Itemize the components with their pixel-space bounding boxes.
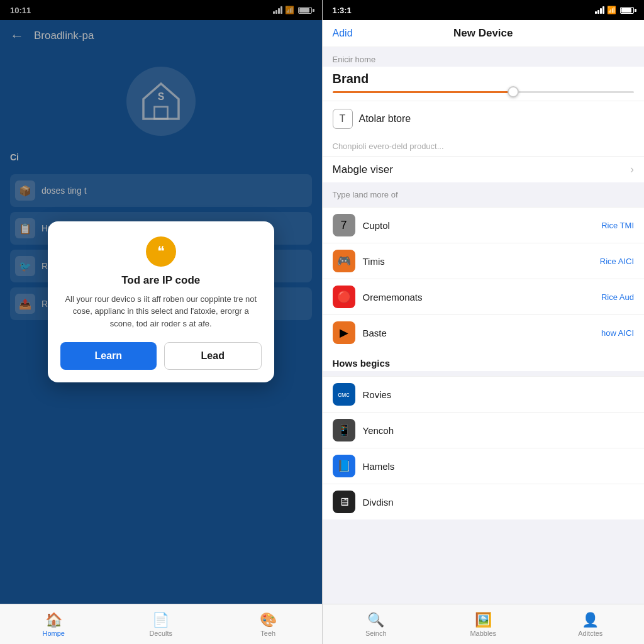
hows-section: cмс Rovies 📱 Yencoh 📘 Hamels 🖥 Divdisn xyxy=(323,376,645,519)
modal-card: ❝ Tod are IP code All your rour devico s… xyxy=(48,221,274,383)
product-placeholder: Chonpioli evero-deld product... xyxy=(323,136,645,156)
tab-seinch[interactable]: 🔍 Seinch xyxy=(323,604,430,644)
tab-teeh[interactable]: 🎨 Teeh xyxy=(214,604,322,644)
app-list-item-rovies[interactable]: cмс Rovies xyxy=(323,376,645,412)
tab-decults[interactable]: 📄 Decults xyxy=(108,604,215,644)
app-name-baste: Baste xyxy=(363,328,601,338)
tab-hompe[interactable]: 🏠 Hompe xyxy=(0,604,108,644)
decults-tab-icon: 📄 xyxy=(152,612,169,628)
modal-overlay: ❝ Tod are IP code All your rour devico s… xyxy=(0,0,322,604)
app-list-item-hamels[interactable]: 📘 Hamels xyxy=(323,448,645,484)
home-tab-icon: 🏠 xyxy=(45,612,62,628)
app-name-cuptol: Cuptol xyxy=(363,220,602,231)
tab-mabbles-label: Mabbles xyxy=(470,630,496,637)
app-list-item-divdisn[interactable]: 🖥 Divdisn xyxy=(323,484,645,519)
type-section: 7 Cuptol Rice TMI 🎮 Timis Rice AICI 🔴 Or… xyxy=(323,207,645,350)
status-bar-right: 1:3:1 📶 xyxy=(323,0,645,20)
app-link-baste[interactable]: how AICI xyxy=(601,328,634,338)
slider-track xyxy=(333,91,635,93)
right-header: Adid New Device xyxy=(323,20,645,47)
app-icon-baste: ▶ xyxy=(333,321,355,344)
app-icon-divdisn: 🖥 xyxy=(333,491,355,513)
right-header-wrapper: Adid New Device xyxy=(333,28,635,39)
slider-thumb[interactable] xyxy=(508,86,519,97)
store-label: Atolar btore xyxy=(359,113,411,125)
modal-body: All your rour devico s iit aff roben our… xyxy=(60,293,262,330)
tab-hompe-label: Hompe xyxy=(43,630,65,637)
status-icons-right: 📶 xyxy=(595,6,634,14)
chevron-icon: › xyxy=(630,163,634,176)
modal-icon: ❝ xyxy=(146,236,176,267)
signal-icon-right xyxy=(595,6,604,14)
brand-section: Brand T Atolar btore Chonpioli evero-del… xyxy=(323,67,645,182)
product-row[interactable]: Mabgle viser › xyxy=(323,156,645,182)
app-name-divdisn: Divdisn xyxy=(363,497,635,508)
search-tab-icon: 🔍 xyxy=(367,612,384,628)
mabbles-tab-icon: 🖼️ xyxy=(475,612,492,628)
product-name: Mabgle viser xyxy=(333,164,393,176)
cancel-button[interactable]: Adid xyxy=(333,28,353,39)
app-name-timis: Timis xyxy=(363,256,600,267)
app-name-orememonats: Orememonats xyxy=(363,292,601,303)
learn-button[interactable]: Learn xyxy=(60,342,157,370)
app-link-cuptol[interactable]: Rice TMI xyxy=(601,221,634,230)
enter-home-label: Enicir home xyxy=(323,47,645,67)
left-panel: 10:11 📶 ← Broadlink-pa S Ci xyxy=(0,0,322,644)
tab-mabbles[interactable]: 🖼️ Mabbles xyxy=(430,604,537,644)
app-icon-yencoh: 📱 xyxy=(333,419,355,441)
tab-seinch-label: Seinch xyxy=(365,630,387,637)
app-list-item-yencoh[interactable]: 📱 Yencoh xyxy=(323,412,645,448)
app-icon-hamels: 📘 xyxy=(333,455,355,477)
app-icon-orememonats: 🔴 xyxy=(333,286,355,308)
battery-icon-right xyxy=(620,7,634,14)
quote-icon: ❝ xyxy=(157,243,165,260)
slider-fill xyxy=(333,91,514,93)
hows-section-header: Hows begics xyxy=(323,350,645,371)
right-panel: 1:3:1 📶 Adid New Device Enicir home Bran… xyxy=(323,0,645,644)
app-icon-cuptol: 7 xyxy=(333,214,355,236)
app-icon-timis: 🎮 xyxy=(333,250,355,272)
store-row[interactable]: T Atolar btore xyxy=(323,101,645,136)
modal-buttons: Learn Lead xyxy=(60,342,262,370)
app-list-item-timis[interactable]: 🎮 Timis Rice AICI xyxy=(323,243,645,279)
slider-container[interactable] xyxy=(323,89,645,101)
tab-aditctes-label: Aditctes xyxy=(578,630,602,637)
app-name-hamels: Hamels xyxy=(363,461,635,472)
new-device-title: New Device xyxy=(453,27,513,40)
wifi-icon-right: 📶 xyxy=(607,6,616,14)
app-icon-rovies: cмс xyxy=(333,383,355,406)
brand-title: Brand xyxy=(323,67,645,89)
lead-button[interactable]: Lead xyxy=(164,342,262,370)
tab-decults-label: Decults xyxy=(149,630,172,637)
store-icon-letter: T xyxy=(340,113,346,125)
app-list-item-cuptol[interactable]: 7 Cuptol Rice TMI xyxy=(323,207,645,243)
tab-aditctes[interactable]: 👤 Aditctes xyxy=(537,604,645,644)
app-list-item-orememonats[interactable]: 🔴 Orememonats Rice Aud xyxy=(323,279,645,314)
teeh-tab-icon: 🎨 xyxy=(260,612,277,628)
app-list-item-baste[interactable]: ▶ Baste how AICI xyxy=(323,314,645,350)
tab-bar-right: 🔍 Seinch 🖼️ Mabbles 👤 Aditctes xyxy=(323,604,645,644)
aditctes-tab-icon: 👤 xyxy=(582,612,599,628)
time-right: 1:3:1 xyxy=(333,6,352,15)
app-link-timis[interactable]: Rice AICI xyxy=(600,257,634,266)
app-link-orememonats[interactable]: Rice Aud xyxy=(601,292,634,302)
tab-teeh-label: Teeh xyxy=(260,630,275,637)
store-icon: T xyxy=(333,109,353,129)
right-content: Enicir home Brand T Atolar btore Chonpio… xyxy=(323,47,645,604)
tab-bar-left: 🏠 Hompe 📄 Decults 🎨 Teeh xyxy=(0,604,322,644)
app-name-yencoh: Yencoh xyxy=(363,425,635,436)
app-name-rovies: Rovies xyxy=(363,389,635,400)
type-label: Type land more of xyxy=(323,182,645,202)
modal-title: Tod are IP code xyxy=(60,274,262,287)
